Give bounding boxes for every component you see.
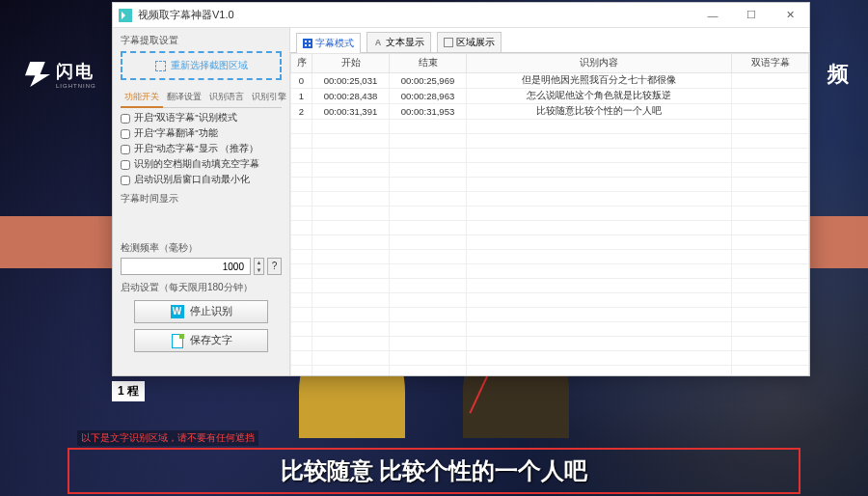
subtitle-region: 比较随意 比较个性的一个人吧 [0, 438, 868, 496]
sidebar: 字幕提取设置 重新选择截图区域 功能开关 翻译设置 识别语言 识别引擎 开启"双… [113, 28, 290, 375]
window-title: 视频取字幕神器V1.0 [138, 8, 234, 22]
channel-logo: 闪电 LIGHTNING [25, 60, 96, 89]
col-end[interactable]: 结束 [390, 54, 467, 73]
table-row[interactable] [291, 366, 809, 376]
table-row[interactable] [291, 207, 809, 221]
table-row[interactable] [291, 308, 809, 322]
checkbox[interactable] [121, 160, 130, 170]
maximize-button[interactable]: ☐ [732, 3, 771, 28]
reselect-region-button[interactable]: 重新选择截图区域 [121, 51, 282, 80]
subtitle-text: 比较随意 比较个性的一个人吧 [281, 455, 588, 486]
main-panel: 字幕模式 A文本显示 区域展示 序 开始 结束 识别内容 双语字幕 000:00… [290, 28, 809, 375]
subtitle-table[interactable]: 序 开始 结束 识别内容 双语字幕 000:00:25,03100:00:25,… [290, 53, 809, 375]
checkbox[interactable] [121, 145, 130, 154]
tab-translate[interactable]: 翻译设置 [163, 88, 205, 107]
spin-up-icon: ▲ [255, 259, 263, 266]
bg-right-text: 频 [827, 60, 849, 89]
check-dynamic[interactable]: 开启"动态字幕"显示 （推荐） [121, 143, 282, 155]
text-icon: A [373, 38, 383, 47]
frequency-input[interactable] [121, 258, 251, 275]
stop-label: 停止识别 [190, 305, 232, 318]
lightning-icon [25, 62, 50, 87]
stop-recognition-button[interactable]: W 停止识别 [134, 300, 268, 323]
save-icon [171, 334, 184, 347]
tab-language[interactable]: 识别语言 [205, 88, 248, 107]
table-row[interactable]: 000:00:25,03100:00:25,969但是明他因光照我百分之七十都很… [291, 73, 809, 89]
check-translate[interactable]: 开启"字幕翻译"功能 [121, 127, 282, 140]
checkbox[interactable] [121, 176, 130, 185]
table-row[interactable] [291, 337, 809, 351]
close-button[interactable]: ✕ [771, 3, 809, 28]
table-row[interactable] [291, 235, 809, 250]
table-row[interactable]: 100:00:28,43800:00:28,963怎么说呢他这个角色就是比较叛逆 [291, 89, 809, 104]
checkbox[interactable] [121, 114, 130, 124]
table-row[interactable] [291, 250, 809, 264]
logo-subtext: LIGHTNING [56, 83, 96, 89]
table-row[interactable] [291, 120, 809, 134]
spin-down-icon: ▼ [255, 266, 263, 274]
main-tabs: 字幕模式 A文本显示 区域展示 [290, 28, 809, 53]
tab-text-display[interactable]: A文本显示 [366, 32, 431, 52]
table-header-row: 序 开始 结束 识别内容 双语字幕 [291, 54, 809, 73]
col-bilingual[interactable]: 双语字幕 [732, 54, 809, 73]
table-row[interactable] [291, 192, 809, 207]
tab-engine[interactable]: 识别引擎 [248, 88, 290, 107]
table-row[interactable] [291, 163, 809, 178]
table-row[interactable] [291, 149, 809, 163]
tab-subtitle-mode[interactable]: 字幕模式 [296, 33, 361, 53]
checkbox[interactable] [121, 129, 130, 139]
app-window: 视频取字幕神器V1.0 — ☐ ✕ 字幕提取设置 重新选择截图区域 功能开关 翻… [112, 2, 810, 376]
table-row[interactable] [291, 322, 809, 337]
tab-features[interactable]: 功能开关 [121, 88, 163, 108]
table-row[interactable] [291, 293, 809, 308]
table-row[interactable] [291, 279, 809, 293]
section-start: 启动设置（每天限用180分钟） [121, 281, 282, 294]
frequency-spinner[interactable]: ▲▼ [254, 258, 264, 275]
col-start[interactable]: 开始 [312, 54, 390, 73]
region-icon [444, 38, 453, 47]
minimize-button[interactable]: — [693, 3, 732, 28]
col-content[interactable]: 识别内容 [467, 54, 732, 73]
check-bilingual[interactable]: 开启"双语字幕"识别模式 [121, 112, 282, 124]
check-fillgap[interactable]: 识别的空档期自动填充空字幕 [121, 158, 282, 171]
col-index[interactable]: 序 [291, 54, 312, 73]
crop-icon [155, 61, 166, 71]
check-minimize[interactable]: 启动识别后窗口自动最小化 [121, 174, 282, 186]
tab-region-display[interactable]: 区域展示 [437, 32, 502, 52]
table-row[interactable] [291, 134, 809, 149]
app-icon [119, 9, 132, 22]
table-row[interactable] [291, 221, 809, 235]
section-time: 字幕时间显示 [121, 192, 282, 206]
reselect-label: 重新选择截图区域 [171, 59, 248, 72]
sidebar-tabs: 功能开关 翻译设置 识别语言 识别引擎 [121, 88, 282, 108]
table-row[interactable] [291, 178, 809, 192]
logo-text: 闪电 [56, 60, 96, 83]
sidebar-heading: 字幕提取设置 [121, 34, 282, 47]
w-icon: W [171, 305, 184, 318]
channel-badge: 1 程 [112, 381, 145, 401]
help-button[interactable]: ? [267, 258, 282, 275]
titlebar[interactable]: 视频取字幕神器V1.0 — ☐ ✕ [113, 3, 809, 28]
grid-icon [303, 39, 312, 48]
table-row[interactable] [291, 351, 809, 366]
table-row[interactable]: 200:00:31,39100:00:31,953比较随意比较个性的一个人吧 [291, 104, 809, 120]
table-row[interactable] [291, 264, 809, 279]
save-text-button[interactable]: 保存文字 [134, 329, 268, 352]
subtitle-capture-box: 比较随意 比较个性的一个人吧 [68, 448, 800, 494]
save-label: 保存文字 [190, 334, 232, 347]
section-freq: 检测频率（毫秒） [121, 241, 282, 255]
